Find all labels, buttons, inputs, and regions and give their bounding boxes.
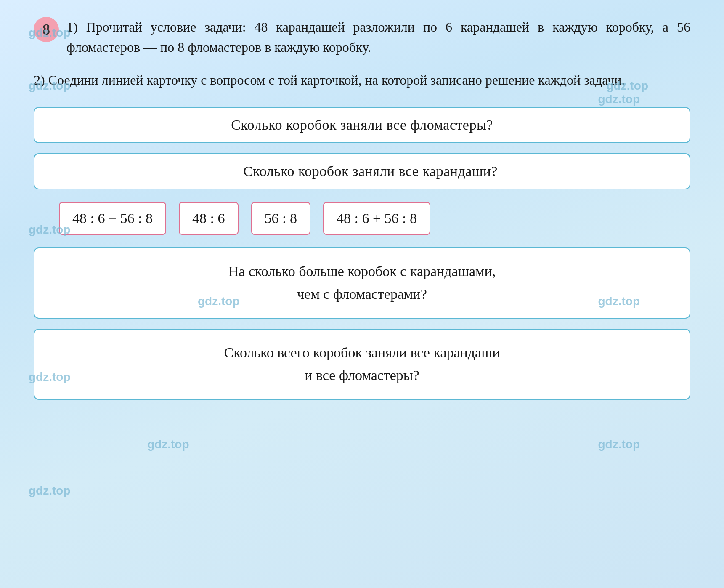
watermark-10: gdz.top [598,438,640,451]
question-card-3-line2: чем с фломастерами? [51,283,673,306]
task-part1-text: 1) Прочитай условие задачи: 48 карандаше… [66,17,690,57]
question-card-4-line1: Сколько всего коробок заняли все каранда… [51,341,673,364]
formula-card-3: 56 : 8 [251,202,310,235]
question-card-1: Сколько коробок заняли все фломастеры? [34,107,690,143]
watermark-8: gdz.top [29,370,71,384]
watermark-3: gdz.top [29,79,71,93]
formula-card-4: 48 : 6 + 56 : 8 [323,202,430,235]
question-card-3: На сколько больше коробок с карандашами,… [34,247,690,319]
task-part2-text: 2) Соедини линией карточку с вопросом с … [34,70,690,90]
formula-row: 48 : 6 − 56 : 8 48 : 6 56 : 8 48 : 6 + 5… [59,202,665,235]
watermark-6: gdz.top [198,295,240,308]
task-header: 8 1) Прочитай условие задачи: 48 каранда… [34,17,690,57]
question-card-4: Сколько всего коробок заняли все каранда… [34,329,690,400]
watermark-1: gdz.top [29,26,71,40]
watermark-4: gdz.top [606,79,648,93]
formula-card-1: 48 : 6 − 56 : 8 [59,202,166,235]
watermark-11: gdz.top [29,484,71,498]
question-card-3-line1: На сколько больше коробок с карандашами, [51,260,673,283]
question-card-4-line2: и все фломастеры? [51,364,673,387]
question-card-2: Сколько коробок заняли все карандаши? [34,153,690,189]
watermark-2: gdz.top [598,93,640,106]
page-container: gdz.top gdz.top 8 1) Прочитай условие за… [0,0,724,588]
formula-card-2: 48 : 6 [179,202,238,235]
watermark-7: gdz.top [598,295,640,308]
watermark-9: gdz.top [147,438,189,451]
watermark-5: gdz.top [29,223,71,237]
